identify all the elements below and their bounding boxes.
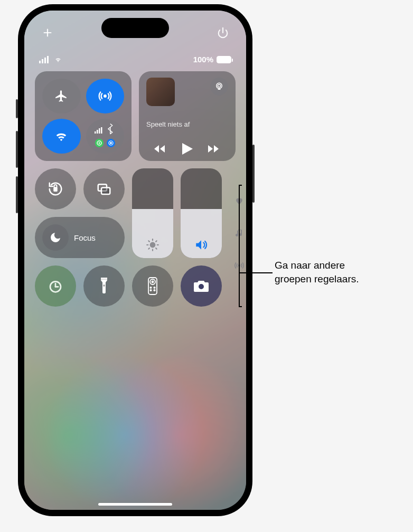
svg-rect-21 — [101, 188, 110, 195]
svg-rect-3 — [39, 61, 41, 63]
callout-text: Ga naar andere groepen regelaars. — [275, 259, 359, 286]
svg-point-7 — [104, 94, 107, 98]
svg-line-26 — [156, 248, 157, 249]
wifi-button[interactable] — [42, 119, 81, 154]
camera-button[interactable] — [181, 265, 222, 307]
svg-rect-36 — [148, 278, 157, 294]
moon-icon — [49, 231, 62, 244]
svg-point-16 — [110, 142, 112, 144]
tv-remote-icon — [148, 277, 157, 295]
side-button-volume-up — [16, 131, 18, 168]
dynamic-island — [101, 18, 169, 38]
timer-button[interactable] — [35, 265, 76, 307]
signal-cluster-icon — [92, 123, 118, 149]
play-button[interactable] — [182, 143, 193, 155]
camera-icon — [193, 279, 210, 293]
power-icon — [217, 27, 229, 39]
svg-line-30 — [156, 241, 157, 242]
svg-rect-4 — [42, 59, 43, 63]
battery-icon — [217, 56, 231, 63]
svg-rect-34 — [104, 284, 105, 287]
airplane-icon — [54, 89, 68, 103]
svg-rect-19 — [53, 187, 58, 192]
flashlight-icon — [99, 278, 109, 294]
svg-point-42 — [154, 290, 155, 291]
svg-rect-8 — [95, 131, 96, 134]
add-control-button[interactable] — [38, 23, 57, 42]
power-button[interactable] — [213, 23, 232, 42]
now-playing-tile[interactable]: Speelt niets af — [139, 71, 236, 161]
svg-line-29 — [148, 248, 149, 249]
svg-point-38 — [152, 281, 154, 283]
volume-icon — [194, 238, 209, 252]
callout-line2: groepen regelaars. — [275, 273, 359, 284]
airplay-button[interactable] — [210, 78, 228, 96]
rotation-lock-button[interactable] — [35, 168, 76, 210]
forward-button[interactable] — [208, 144, 221, 154]
focus-label: Focus — [74, 233, 96, 242]
wifi-icon — [54, 129, 69, 144]
now-playing-label: Speelt niets af — [146, 120, 228, 128]
screen: 100% — [24, 11, 246, 510]
connectivity-tile[interactable] — [35, 71, 132, 161]
cellular-signal-icon — [39, 56, 50, 63]
airplay-icon — [214, 82, 224, 91]
phone-frame: 100% — [18, 4, 252, 516]
svg-line-25 — [148, 241, 149, 242]
callout-bracket — [239, 185, 240, 307]
svg-point-39 — [150, 287, 151, 288]
forward-icon — [208, 144, 221, 154]
battery-percentage: 100% — [193, 55, 213, 64]
svg-rect-11 — [101, 127, 102, 134]
screen-mirroring-button[interactable] — [83, 168, 125, 210]
callout-tick-top — [239, 185, 242, 186]
album-art — [146, 78, 175, 106]
svg-point-17 — [217, 83, 222, 89]
cellular-bluetooth-cluster[interactable] — [86, 119, 125, 154]
callout-tick-bottom — [239, 306, 242, 307]
svg-rect-5 — [44, 58, 46, 63]
svg-point-14 — [98, 142, 100, 144]
svg-point-40 — [154, 287, 155, 288]
callout-line1: Ga naar andere — [275, 260, 345, 271]
volume-slider[interactable] — [181, 168, 222, 258]
wifi-status-icon — [53, 56, 63, 63]
plus-icon — [42, 27, 53, 39]
focus-icon-wrapper — [42, 224, 69, 251]
svg-point-41 — [150, 290, 151, 291]
side-button-silence — [16, 99, 18, 118]
svg-rect-10 — [99, 128, 100, 134]
svg-rect-6 — [47, 56, 49, 63]
timer-icon — [48, 278, 63, 294]
rotation-lock-icon — [48, 181, 63, 197]
rewind-icon — [154, 144, 167, 154]
svg-point-22 — [151, 243, 155, 248]
svg-point-18 — [218, 84, 220, 87]
side-button-volume-down — [16, 176, 18, 213]
focus-button[interactable]: Focus — [35, 217, 125, 258]
brightness-slider[interactable] — [132, 168, 173, 258]
flashlight-button[interactable] — [83, 265, 125, 307]
svg-rect-9 — [97, 130, 98, 134]
brightness-icon — [146, 238, 159, 252]
airplane-mode-button[interactable] — [42, 79, 81, 113]
apple-tv-remote-button[interactable] — [132, 265, 173, 307]
callout-connector — [240, 272, 273, 273]
play-icon — [182, 143, 193, 155]
airdrop-icon — [98, 89, 112, 103]
rewind-button[interactable] — [154, 144, 167, 154]
side-button-power — [252, 145, 255, 203]
status-bar: 100% — [35, 42, 236, 64]
airdrop-button[interactable] — [86, 79, 125, 113]
screen-mirroring-icon — [96, 181, 112, 197]
